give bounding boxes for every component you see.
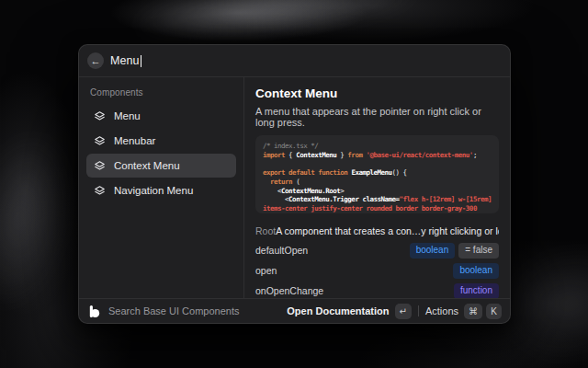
back-arrow-icon: ← [91,52,101,69]
code-token: '@base-ui/react/context-menu' [366,151,472,159]
prop-badges: boolean= false [410,243,499,259]
default-value-badge: = false [458,243,499,259]
code-line: /* index.tsx */ [263,142,492,151]
code-token: function [318,168,347,177]
code-token: < [263,187,281,195]
props-rows: defaultOpen boolean= false open boolean … [255,240,499,298]
code-token: () { [392,168,407,177]
search-input[interactable]: Menu [110,45,502,76]
sidebar-item-label: Menubar [114,135,155,146]
code-line [263,159,492,168]
code-line: <ContextMenu.Root> [263,187,492,196]
code-token: { [285,151,296,159]
props-root-description: A component that creates a con…y right c… [276,225,499,236]
palette-body: Components Menu Menubar Context Menu [79,77,510,298]
sidebar-item-label: Menu [114,110,141,121]
prop-row-open: open boolean [255,260,499,281]
sidebar-item-list: Menu Menubar Context Menu Navigation Men… [86,104,236,202]
sidebar-item-label: Navigation Menu [114,185,193,196]
footer-hint: Search Base UI Components [108,305,239,316]
code-token: } [336,151,347,159]
command-palette-window: ← Menu Components Menu Menubar [78,44,511,324]
code-token: className= [362,195,399,203]
search-value: Menu [110,54,140,67]
sidebar-item-navigation-menu[interactable]: Navigation Menu [86,178,236,202]
detail-panel: Context Menu A menu that appears at the … [244,77,510,298]
type-badge: boolean [410,243,456,259]
code-token: default [288,168,314,177]
code-token: export [263,168,285,177]
component-stack-icon [94,160,106,172]
code-line: return ( [263,178,492,187]
code-line: export default function ExampleMenu() { [263,168,492,178]
component-stack-icon [94,185,106,197]
prop-row-defaultOpen: defaultOpen boolean= false [255,240,499,260]
component-stack-icon [94,135,106,147]
code-token: < [263,195,288,203]
prop-badges: function [454,283,499,299]
code-token: /* index.tsx */ [263,142,318,150]
code-token: return [270,178,292,186]
code-token: ExampleMenu [351,168,391,177]
props-root-row: Root A component that creates a con…y ri… [255,221,499,240]
code-line: import { ContextMenu } from '@base-ui/re… [263,151,492,160]
props-table: Root A component that creates a con…y ri… [255,221,499,289]
sidebar-item-menubar[interactable]: Menubar [86,129,236,153]
open-documentation-label: Open Documentation [287,305,389,316]
type-badge: boolean [453,263,499,279]
page-title: Context Menu [255,86,499,100]
code-token: import [263,151,285,159]
actions-label: Actions [425,305,458,316]
code-token: ContextMenu.Root [281,187,340,195]
code-line: <ContextMenu.Trigger className="flex h-[… [263,195,492,213]
prop-name: onOpenChange [255,285,323,296]
sidebar-item-menu[interactable]: Menu [86,104,236,128]
shortcut-key-K: K [486,304,502,319]
desktop-wallpaper: ← Menu Components Menu Menubar [0,0,588,368]
components-sidebar: Components Menu Menubar Context Menu [79,77,243,298]
back-button[interactable]: ← [87,52,104,69]
return-key-icon: ↵ [395,304,412,319]
sidebar-item-label: Context Menu [114,160,180,171]
divider [418,305,419,316]
props-root-label: Root [255,225,276,236]
footer-bar: Search Base UI Components Open Documenta… [79,299,510,323]
prop-row-onOpenChange: onOpenChange function [255,281,499,298]
sidebar-section-label: Components [90,87,236,98]
sidebar-item-context-menu[interactable]: Context Menu [86,154,236,178]
text-caret [141,55,141,67]
base-ui-logo-icon [87,305,101,318]
actions-shortcut-keys: ⌘K [464,304,502,319]
shortcut-key-⌘: ⌘ [464,304,482,319]
component-description: A menu that appears at the pointer on ri… [255,106,499,128]
code-token: ContextMenu [296,151,336,159]
code-token [263,178,270,186]
component-stack-icon [94,110,106,122]
open-documentation-button[interactable]: Open Documentation ↵ [287,304,412,319]
footer-actions: Open Documentation ↵ Actions ⌘K [287,304,502,319]
code-token: from [347,151,362,159]
prop-name: open [255,265,277,276]
code-token: ContextMenu.Trigger [288,195,358,203]
actions-button[interactable]: Actions ⌘K [425,304,502,319]
code-token: ( [292,178,300,186]
code-token: ; [473,151,477,159]
prop-badges: boolean [453,263,499,279]
code-preview-block: /* index.tsx */import { ContextMenu } fr… [255,135,499,213]
type-badge: function [454,283,499,299]
prop-name: defaultOpen [255,245,308,256]
search-bar: ← Menu [79,45,510,76]
code-token: > [340,187,344,195]
